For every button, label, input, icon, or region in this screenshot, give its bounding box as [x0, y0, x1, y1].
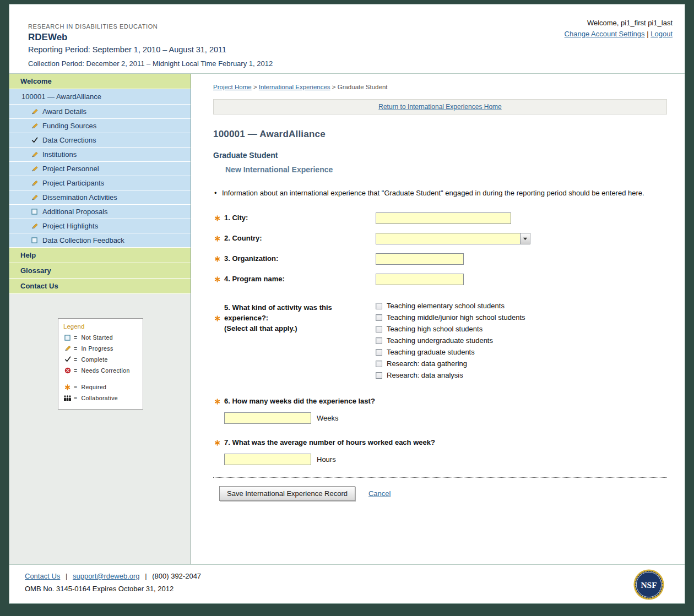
equals-sign: = [74, 356, 78, 363]
breadcrumb-current: Graduate Student [338, 84, 388, 90]
option-label: Teaching graduate students [387, 348, 475, 356]
header-right: Welcome, pi1_first pi1_last Change Accou… [565, 19, 673, 38]
sidebar-item-label: Project Personnel [42, 165, 99, 173]
checkbox-icon[interactable] [376, 349, 382, 356]
required-asterisk-icon [213, 397, 221, 405]
square-icon [30, 237, 39, 243]
app-title: RDEWeb [28, 32, 273, 43]
nsf-logo: NSF [633, 569, 665, 601]
sidebar-item-welcome[interactable]: Welcome [9, 74, 191, 89]
field-sublabel: (Select all that apply.) [224, 324, 354, 334]
dropdown-button[interactable] [520, 233, 530, 244]
change-account-settings-link[interactable]: Change Account Settings [565, 30, 645, 38]
field-row-weeks: 6. How many weeks did the experience las… [213, 397, 667, 424]
option-teaching-undergraduate[interactable]: Teaching undergraduate students [376, 336, 525, 345]
legend-row: = Not Started [63, 334, 138, 341]
pencil-icon [30, 194, 39, 201]
check-icon [63, 356, 72, 363]
weeks-input[interactable] [224, 412, 311, 424]
breadcrumb: Project Home > International Experiences… [213, 84, 667, 90]
award-title: 100001 — AwardAlliance [213, 129, 667, 140]
option-teaching-middle-junior-high[interactable]: Teaching middle/junior high school stude… [376, 313, 525, 321]
program-name-input[interactable] [376, 274, 464, 285]
sidebar-item-contact-us[interactable]: Contact Us [9, 279, 191, 294]
checkbox-icon[interactable] [376, 314, 382, 321]
legend-box: Legend = Not Started = In Progress = Com… [58, 318, 143, 410]
legend-label: Complete [82, 356, 108, 363]
checkbox-icon[interactable] [376, 303, 382, 309]
option-teaching-high-school[interactable]: Teaching high school students [376, 325, 525, 333]
sidebar-item-project-participants[interactable]: Project Participants [9, 176, 191, 190]
option-label: Teaching undergraduate students [387, 336, 493, 345]
sidebar-item-award[interactable]: 100001 — AwardAlliance [9, 89, 191, 105]
sidebar-item-additional-proposals[interactable]: Additional Proposals [9, 205, 191, 219]
country-select[interactable] [376, 233, 530, 244]
welcome-user: Welcome, pi1_first pi1_last [565, 19, 673, 27]
cancel-link[interactable]: Cancel [368, 489, 391, 498]
checkbox-icon[interactable] [376, 337, 382, 344]
city-input[interactable] [376, 212, 511, 224]
nsf-logo-icon: NSF [633, 569, 665, 601]
participant-name: Graduate Student [213, 151, 667, 160]
sidebar-item-institutions[interactable]: Institutions [9, 148, 191, 162]
field-label: 2. Country: [224, 234, 262, 242]
breadcrumb-international-experiences[interactable]: International Experiences [259, 84, 330, 90]
reporting-period: Reporting Period: September 1, 2010 – Au… [28, 45, 273, 54]
legend-row: = In Progress [63, 345, 138, 352]
chevron-down-icon [521, 236, 529, 241]
sidebar-item-project-personnel[interactable]: Project Personnel [9, 162, 191, 176]
option-teaching-elementary[interactable]: Teaching elementary school students [376, 302, 525, 310]
option-research-data-gathering[interactable]: Research: data gathering [376, 359, 525, 368]
option-research-data-analysis[interactable]: Research: data analysis [376, 371, 525, 379]
sidebar-item-label: Dissemination Activities [42, 193, 117, 201]
required-asterisk-icon [213, 235, 221, 242]
sidebar-item-glossary[interactable]: Glossary [9, 263, 191, 279]
checkbox-icon[interactable] [376, 372, 382, 379]
field-label: 7. What was the average number of hours … [224, 438, 435, 446]
save-international-experience-button[interactable]: Save International Experience Record [219, 486, 355, 501]
hours-input[interactable] [224, 454, 311, 465]
separator: | [647, 30, 648, 38]
footer-email-link[interactable]: support@rdeweb.org [73, 572, 140, 580]
sidebar-item-label: Project Participants [42, 179, 104, 187]
square-icon [30, 209, 39, 215]
required-asterisk-icon [213, 255, 221, 263]
square-icon [63, 335, 72, 341]
people-icon [63, 395, 72, 401]
option-label: Research: data gathering [387, 359, 467, 368]
form-actions: Save International Experience Record Can… [213, 486, 667, 501]
sidebar-item-data-collection-feedback[interactable]: Data Collection Feedback [9, 233, 191, 248]
breadcrumb-project-home[interactable]: Project Home [213, 84, 252, 90]
pencil-icon [30, 166, 39, 172]
sidebar-item-award-details[interactable]: Award Details [9, 105, 191, 119]
breadcrumb-separator: > [332, 84, 336, 90]
option-teaching-graduate[interactable]: Teaching graduate students [376, 348, 525, 356]
equals-sign: = [74, 367, 78, 374]
sidebar-item-data-corrections[interactable]: Data Corrections [9, 133, 191, 148]
option-label: Research: data analysis [387, 371, 463, 379]
organization-input[interactable] [376, 253, 464, 265]
sidebar-item-funding-sources[interactable]: Funding Sources [9, 119, 191, 133]
check-icon [30, 137, 39, 144]
sidebar-item-help[interactable]: Help [9, 248, 191, 263]
checkbox-icon[interactable] [376, 361, 382, 367]
checkbox-icon[interactable] [376, 326, 382, 332]
required-asterisk-icon [213, 303, 221, 334]
error-icon [63, 367, 72, 374]
sidebar-item-project-highlights[interactable]: Project Highlights [9, 219, 191, 233]
sidebar-item-dissemination-activities[interactable]: Dissemination Activities [9, 190, 191, 205]
org-name: RESEARCH IN DISABILITIES EDUCATION [28, 23, 273, 30]
footer-contact-link[interactable]: Contact Us [25, 572, 60, 580]
option-label: Teaching high school students [387, 325, 482, 333]
footer: Contact Us | support@rdeweb.org | (800) … [9, 564, 685, 603]
info-bullet: Information about an international exper… [213, 188, 660, 198]
return-bar: Return to International Experiences Home [213, 99, 667, 115]
separator: | [66, 572, 67, 580]
field-row-program-name: 4. Program name: [213, 274, 667, 285]
return-link[interactable]: Return to International Experiences Home [378, 103, 501, 111]
page: RESEARCH IN DISABILITIES EDUCATION RDEWe… [9, 4, 685, 604]
required-asterisk-icon [213, 275, 221, 283]
logout-link[interactable]: Logout [650, 30, 673, 38]
omb-note: OMB No. 3145-0164 Expires October 31, 20… [25, 585, 685, 593]
nsf-text: NSF [641, 580, 657, 590]
